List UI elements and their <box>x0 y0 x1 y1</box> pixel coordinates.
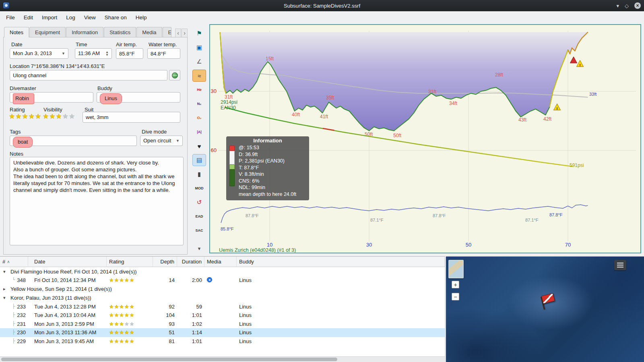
tank-toggle-icon[interactable]: ▮ <box>192 168 206 180</box>
tree-branch-icon: ├ <box>12 321 15 327</box>
tissues-toggle-icon[interactable]: |A| <box>192 126 206 138</box>
notes-textarea[interactable]: Unbelievable dive. Dozens and dozens of … <box>10 157 184 245</box>
time-spinner[interactable]: 11:36 AM ▲▼ <box>75 48 112 59</box>
tab-equipment[interactable]: Equipment <box>29 27 66 37</box>
sac-toggle-icon[interactable]: SAC <box>192 224 206 237</box>
collapse-icon[interactable]: ▾ <box>3 295 8 300</box>
pictures-toggle-icon[interactable]: ▤ <box>192 154 206 166</box>
ead-toggle-icon[interactable]: EAD <box>192 210 206 222</box>
close-icon[interactable]: × <box>634 2 641 9</box>
column-header-buddy[interactable]: Buddy <box>237 257 445 267</box>
trip-row[interactable]: ▸Yellow House, Sun Sep 21, 2014 (1 dive(… <box>0 285 445 294</box>
menu-edit[interactable]: Edit <box>19 13 37 22</box>
dive-row[interactable]: ├230Mon Jun 3, 2013 11:36 AM★★★★★511:14L… <box>0 328 445 337</box>
pp-n2-toggle-icon[interactable]: N₂ <box>192 98 206 110</box>
menu-import[interactable]: Import <box>37 13 62 22</box>
expand-icon[interactable]: ▸ <box>3 286 8 292</box>
star-icon[interactable]: ★ <box>22 113 29 120</box>
star-icon[interactable]: ★ <box>56 113 62 120</box>
star-rating: ★★★★★ <box>109 278 134 283</box>
star-icon[interactable]: ★ <box>35 113 41 120</box>
tab-notes[interactable]: Notes <box>4 27 29 37</box>
zoom-in-button[interactable]: + <box>452 281 459 288</box>
dive-profile-chart[interactable]: !!15ft31ft35ft40ft41ft50ft50ft31ft34ft28… <box>209 24 641 253</box>
tab-scroll-right-icon[interactable]: › <box>182 29 188 37</box>
menu-view[interactable]: View <box>80 13 100 22</box>
star-rating: ★★★★★ <box>109 339 134 344</box>
pp-o2-toggle-icon[interactable]: O₂ <box>192 112 206 124</box>
map-panel[interactable]: + − <box>446 256 644 362</box>
dive-site-marker[interactable] <box>537 290 559 312</box>
dive-flag-icon[interactable]: ⚑ <box>192 27 206 39</box>
media-icon[interactable] <box>207 277 212 282</box>
water-temp-field[interactable] <box>147 48 180 59</box>
tags-field[interactable]: boat <box>10 136 137 146</box>
star-icon[interactable]: ★ <box>49 113 56 120</box>
tab-media[interactable]: Media <box>136 27 162 37</box>
dive-buddy: Linus <box>237 329 445 335</box>
trip-row[interactable]: ▾Divi Flamingo House Reef, Fri Oct 10, 2… <box>0 267 445 276</box>
dive-row[interactable]: └348Fri Oct 10, 2014 12:34 PM★★★★★142:00… <box>0 276 445 285</box>
map-menu-button[interactable] <box>614 260 626 270</box>
zoom-out-button[interactable]: − <box>452 293 459 300</box>
titlebar[interactable]: Subsurface: SampleDivesV2.ssrf ▾ ◇ × <box>0 0 644 11</box>
dive-row[interactable]: ├233Tue Jun 4, 2013 12:28 PM★★★★★9259Lin… <box>0 302 445 311</box>
column-header-depth[interactable]: Depth <box>153 257 177 267</box>
sort-indicator-icon: ∧ <box>7 259 10 264</box>
dive-mode-select[interactable]: Open circuit ▼ <box>140 136 183 146</box>
location-field[interactable] <box>10 70 167 80</box>
menu-help[interactable]: Help <box>131 13 151 22</box>
menu-share-on[interactable]: Share on <box>100 13 131 22</box>
column-header-date[interactable]: Date <box>28 257 107 267</box>
star-rating[interactable]: ★★★★★ <box>43 113 75 120</box>
suit-field[interactable] <box>83 112 180 123</box>
visibility-stars[interactable]: ★★★★★ <box>43 113 75 120</box>
tab-information[interactable]: Information <box>66 27 103 37</box>
dive-row[interactable]: ├232Tue Jun 4, 2013 10:04 AM★★★★★1041:01… <box>0 311 445 320</box>
tab-e[interactable]: E <box>163 27 171 37</box>
star-icon[interactable]: ★ <box>43 113 49 120</box>
heartrate-toggle-icon[interactable]: ♥ <box>192 140 206 152</box>
date-select[interactable]: Mon Jun 3, 2013 ▼ <box>10 48 68 59</box>
minimize-icon[interactable]: ▾ <box>616 3 619 8</box>
star-icon[interactable]: ★ <box>15 113 22 120</box>
mod-toggle-icon[interactable]: MOD <box>192 182 206 194</box>
horizontal-scrollbar[interactable] <box>0 356 445 362</box>
rating-stars[interactable]: ★★★★★ <box>9 113 41 120</box>
menu-file[interactable]: File <box>2 13 19 22</box>
buddy-tag: Linus <box>100 93 122 104</box>
air-temp-field[interactable] <box>116 48 143 59</box>
dive-duration: 1:14 <box>177 329 204 335</box>
profile-scale-toggle-icon[interactable]: ≈ <box>192 70 206 82</box>
pp-he-toggle-icon[interactable]: He <box>192 84 206 96</box>
menu-log[interactable]: Log <box>62 13 80 22</box>
ceiling-toggle-icon[interactable]: ↺ <box>192 196 206 208</box>
column-header-num[interactable]: #∧ <box>0 257 28 267</box>
tab-scroll-left-icon[interactable]: ‹ <box>175 29 181 37</box>
profile-infobox: Information @: 15:53D: 36.9ftP: 2,381psi… <box>226 136 309 200</box>
star-icon[interactable]: ★ <box>9 113 15 120</box>
map-overview-thumbnail[interactable] <box>448 260 464 278</box>
ruler-icon[interactable]: ∠ <box>192 56 206 68</box>
buddy-field[interactable]: Linus <box>97 92 180 103</box>
column-header-rating[interactable]: Rating <box>107 257 153 267</box>
scrollbar-thumb[interactable] <box>1 358 337 361</box>
star-icon[interactable]: ★ <box>62 113 69 120</box>
divemaster-field[interactable]: Robin <box>10 92 93 103</box>
scroll-down-icon[interactable]: ▼ <box>192 243 206 255</box>
map-locate-button[interactable] <box>169 70 180 80</box>
star-icon[interactable]: ★ <box>29 113 35 120</box>
column-header-media[interactable]: Media <box>204 257 237 267</box>
dive-row[interactable]: ├231Mon Jun 3, 2013 2:59 PM★★★★★931:02Li… <box>0 320 445 329</box>
star-icon[interactable]: ★ <box>69 113 75 120</box>
photo-icon[interactable]: ▣ <box>192 41 206 53</box>
dive-row[interactable]: ├229Mon Jun 3, 2013 9:45 AM★★★★★811:01Li… <box>0 337 445 346</box>
column-header-duration[interactable]: Duration <box>177 257 204 267</box>
depth-label: 31ft <box>225 94 233 100</box>
star-rating[interactable]: ★★★★★ <box>9 113 41 120</box>
spinner-arrows-icon[interactable]: ▲▼ <box>105 51 109 56</box>
collapse-icon[interactable]: ▾ <box>3 269 8 274</box>
tab-statistics[interactable]: Statistics <box>104 27 136 37</box>
trip-row[interactable]: ▾Koror, Palau, Jun 2013 (11 dive(s)) <box>0 294 445 302</box>
maximize-icon[interactable]: ◇ <box>625 3 629 8</box>
